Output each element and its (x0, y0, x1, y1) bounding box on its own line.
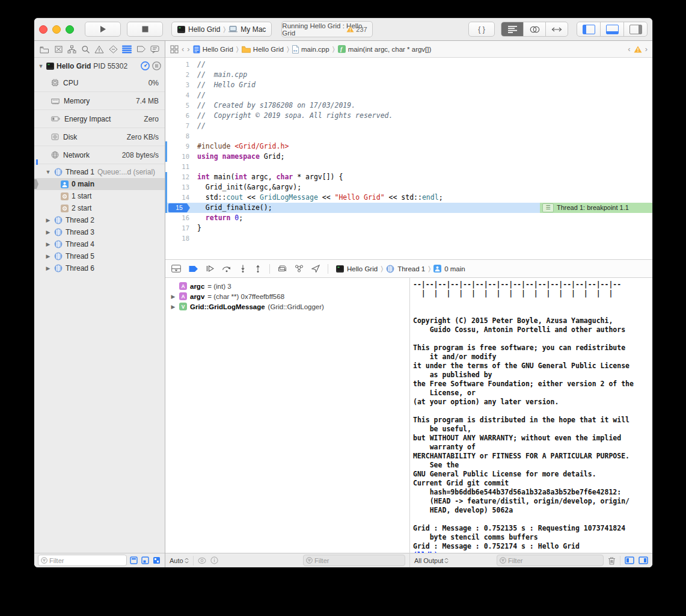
step-into-button[interactable] (239, 265, 247, 273)
navigator-filter-field[interactable]: Filter (38, 555, 127, 566)
gauge-row-disk[interactable]: DiskZero KB/s (34, 128, 165, 146)
breakpoints-navigator-icon[interactable] (136, 45, 146, 53)
code-line[interactable]: 4// (165, 90, 652, 100)
info-icon[interactable] (210, 556, 218, 564)
breakpoint-badge[interactable]: 15 (168, 203, 190, 212)
code-line[interactable]: 3// Hello Grid (165, 80, 652, 90)
simulate-location-button[interactable] (311, 265, 320, 273)
disclosure-closed-icon[interactable]: ▶ (170, 294, 176, 300)
stack-frame-row[interactable]: 0 main (34, 178, 165, 190)
history-forward-button[interactable]: › (187, 45, 189, 54)
code-line[interactable]: 17} (165, 223, 652, 233)
breadcrumb-label[interactable]: Thread 1 (397, 265, 425, 273)
memory-graph-button[interactable] (295, 265, 304, 273)
run-button[interactable] (85, 22, 121, 37)
previous-issue-button[interactable]: ‹ (628, 45, 630, 54)
assistant-editor-button[interactable] (524, 22, 546, 36)
code-line[interactable]: 6// Copyright © 2019 sopa. All rights re… (165, 111, 652, 121)
variable-row[interactable]: ▶VGrid::GridLogMessage(Grid::GridLogger) (165, 301, 409, 312)
code-line[interactable]: 10using namespace Grid; (165, 152, 652, 162)
code-line[interactable]: 9#include <Grid/Grid.h> (165, 141, 652, 152)
code-line[interactable]: 8 (165, 131, 652, 141)
code-line[interactable]: 15 Grid_finalize();☰Thread 1: breakpoint… (165, 203, 652, 213)
next-issue-button[interactable]: › (645, 45, 648, 54)
thread-row[interactable]: ▶Thread 3 (34, 226, 165, 238)
stop-button[interactable] (127, 22, 163, 37)
reports-navigator-icon[interactable] (150, 45, 159, 54)
toggle-console-view-button[interactable] (639, 556, 648, 564)
thread-row[interactable]: ▶Thread 6 (34, 262, 165, 274)
code-line[interactable]: 14 std::cout << GridLogMessage << "Hello… (165, 192, 652, 203)
thread-row[interactable]: ▼Thread 1Queue:...d (serial) (34, 166, 165, 178)
console-output-scope-dropdown[interactable]: All Output (414, 557, 449, 564)
disclosure-closed-icon[interactable]: ▶ (170, 304, 176, 310)
stack-frame-row[interactable]: 2 start (34, 202, 165, 214)
standard-editor-button[interactable] (501, 22, 524, 36)
filter-running-threads-button[interactable] (129, 556, 138, 565)
tests-navigator-icon[interactable] (109, 45, 118, 54)
step-over-button[interactable] (222, 265, 231, 273)
view-hierarchy-button[interactable] (278, 265, 287, 273)
code-line[interactable]: 2// main.cpp (165, 70, 652, 80)
code-line[interactable]: 16 return 0; (165, 213, 652, 223)
variables-scope-dropdown[interactable]: Auto (170, 557, 189, 564)
code-line[interactable]: 11 (165, 162, 652, 172)
gauge-row-energy-impact[interactable]: Energy ImpactZero (34, 110, 165, 128)
toggle-inspector-button[interactable] (624, 22, 647, 36)
variable-row[interactable]: Aargc= (int) 3 (165, 281, 409, 291)
code-line[interactable]: 5// Created by s1786208 on 17/03/2019. (165, 100, 652, 111)
gauge-indicator-icon[interactable] (141, 61, 150, 70)
code-line[interactable]: 7// (165, 121, 652, 131)
process-row[interactable]: ▼ Hello Grid PID 55302 (34, 58, 165, 74)
continue-button[interactable] (206, 265, 214, 273)
disclosure-closed-icon[interactable]: ▶ (45, 217, 51, 223)
breadcrumb-label[interactable]: 0 main (444, 265, 465, 273)
disclosure-closed-icon[interactable]: ▶ (45, 241, 51, 247)
source-control-navigator-icon[interactable] (54, 45, 63, 54)
project-navigator-icon[interactable] (40, 45, 49, 54)
jumpbar-item[interactable]: fmain(int argc, char * argv[]) (338, 45, 432, 53)
version-editor-button[interactable] (546, 22, 568, 36)
disclosure-closed-icon[interactable]: ▶ (45, 265, 51, 271)
toggle-debug-area-button[interactable] (601, 22, 624, 36)
thread-row[interactable]: ▶Thread 5 (34, 250, 165, 262)
jumpbar-item[interactable]: Hello Grid (193, 45, 233, 54)
thread-row[interactable]: ▶Thread 2 (34, 214, 165, 226)
toggle-variables-view-button[interactable] (625, 556, 634, 564)
breakpoints-toggle-button[interactable] (189, 265, 198, 273)
gauge-row-memory[interactable]: Memory7.4 MB (34, 92, 165, 110)
jumpbar-item[interactable]: ++main.cpp (292, 45, 329, 54)
disclosure-closed-icon[interactable]: ▶ (45, 253, 51, 259)
disclosure-open-icon[interactable]: ▼ (45, 169, 51, 175)
close-window-button[interactable] (39, 25, 47, 34)
issue-warning-icon[interactable] (634, 46, 642, 53)
pause-process-icon[interactable] (152, 61, 161, 70)
disclosure-open-icon[interactable]: ▼ (38, 63, 44, 69)
stack-frame-row[interactable]: 1 start (34, 190, 165, 202)
jumpbar-item[interactable]: Hello Grid (242, 46, 284, 53)
related-items-icon[interactable] (170, 45, 179, 54)
code-line[interactable]: 13 Grid_init(&argc,&argv); (165, 182, 652, 192)
variable-row[interactable]: ▶Aargv= (char **) 0x7ffeefbff568 (165, 291, 409, 301)
history-back-button[interactable]: ‹ (182, 45, 184, 54)
gauge-row-network[interactable]: Network208 bytes/s (34, 146, 165, 164)
step-out-button[interactable] (254, 265, 262, 273)
toggle-navigator-button[interactable] (577, 22, 601, 36)
issues-navigator-icon[interactable] (94, 45, 104, 54)
source-editor[interactable]: 1//2// main.cpp3// Hello Grid4//5// Crea… (165, 58, 652, 259)
symbols-navigator-icon[interactable] (67, 45, 76, 54)
quicklook-icon[interactable] (198, 557, 206, 564)
scheme-selector[interactable]: Hello Grid 〉 My Mac (171, 22, 272, 37)
hide-debug-area-button[interactable] (171, 265, 181, 273)
code-line[interactable]: 18 (165, 233, 652, 244)
debug-navigator-icon[interactable] (122, 45, 132, 54)
minimize-window-button[interactable] (52, 25, 61, 34)
thread-row[interactable]: ▶Thread 4 (34, 238, 165, 250)
zoom-window-button[interactable] (66, 25, 74, 34)
code-line[interactable]: 12int main(int argc, char * argv[]) { (165, 172, 652, 182)
disclosure-closed-icon[interactable]: ▶ (45, 229, 51, 235)
warning-count-badge[interactable]: 237 (346, 26, 367, 33)
code-snippets-button[interactable]: { } (468, 22, 495, 37)
code-line[interactable]: 1// (165, 60, 652, 70)
filter-view-mode-button[interactable] (152, 556, 161, 565)
